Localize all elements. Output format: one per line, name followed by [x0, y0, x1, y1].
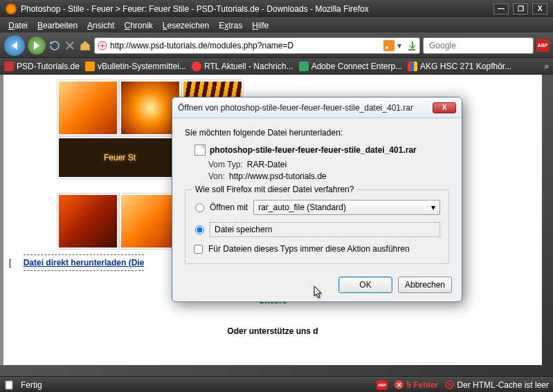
groupbox-legend: Wie soll Firefox mit dieser Datei verfah… — [192, 185, 356, 194]
dialog-title: Öffnen von photoshop-stile-feuer-feuer-f… — [178, 103, 433, 113]
ok-button[interactable]: OK — [338, 277, 392, 293]
cancel-button[interactable]: Abbrechen — [398, 277, 452, 293]
menu-hilfe[interactable]: Hilfe — [248, 19, 273, 32]
dialog-filename: photoshop-stile-feuer-feuer-feuer-stile_… — [210, 145, 417, 155]
window-titlebar: Photoshop - Stile - Feuer > Feuer: Feuer… — [0, 0, 553, 18]
window-title: Photoshop - Stile - Feuer > Feuer: Feuer… — [21, 4, 493, 14]
save-file-radio[interactable] — [195, 225, 204, 234]
svg-rect-1 — [408, 49, 415, 50]
stop-icon[interactable] — [64, 39, 76, 52]
forward-button[interactable] — [28, 37, 46, 55]
menu-extras[interactable]: Extras — [215, 19, 246, 32]
thumbnail[interactable] — [57, 80, 118, 136]
bookmark-toolbar: PSD-Tutorials.de vBulletin-Systemmittei.… — [0, 58, 553, 75]
vertical-scrollbar[interactable] — [542, 75, 553, 376]
support-text: Oder unterstütze uns d — [9, 326, 536, 336]
nav-toolbar: ▾ ABP — [0, 33, 553, 58]
bookmark-akg[interactable]: AKG HSC 271 Kopfhör... — [408, 62, 511, 71]
open-with-radio[interactable] — [195, 203, 204, 212]
dialog-titlebar[interactable]: Öffnen von photoshop-stile-feuer-feuer-f… — [172, 97, 462, 118]
menu-bar: Datei Bearbeiten Ansicht Chronik Lesezei… — [0, 18, 553, 33]
from-label: Von: — [208, 171, 225, 181]
type-value: RAR-Datei — [247, 160, 287, 169]
maximize-button[interactable]: ❐ — [513, 3, 528, 15]
dialog-close-button[interactable]: X — [433, 102, 456, 113]
status-cache[interactable]: ✕Der HTML-Cache ist leer — [445, 380, 549, 390]
status-abp-icon[interactable]: ABP — [377, 380, 388, 390]
always-label: Für Dateien dieses Typs immer diese Akti… — [208, 244, 410, 254]
svg-rect-3 — [6, 381, 12, 389]
status-ready: Fertig — [21, 380, 42, 390]
url-bar[interactable]: ▾ — [94, 37, 420, 54]
minimize-button[interactable]: — — [493, 3, 509, 15]
from-value: http://www.psd-tutorials.de — [229, 171, 327, 181]
home-icon[interactable] — [79, 39, 91, 52]
rss-icon[interactable] — [383, 40, 395, 51]
status-errors[interactable]: ✕5 Fehler — [395, 380, 438, 390]
feuer-title-thumb[interactable]: Feuer St — [57, 137, 182, 178]
back-button[interactable] — [4, 35, 25, 56]
url-dropdown[interactable]: ▾ — [397, 41, 404, 50]
bookmark-rtl[interactable]: RTL Aktuell - Nachrich... — [192, 62, 293, 71]
horizontal-scrollbar[interactable] — [0, 365, 553, 376]
download-arrow-icon[interactable] — [407, 41, 417, 50]
adblock-icon[interactable]: ABP — [536, 39, 549, 52]
download-link[interactable]: Datei direkt herunterladen (Die — [24, 254, 145, 271]
thumbnail[interactable] — [57, 194, 118, 249]
open-with-combo[interactable]: rar_auto_file (Standard)▾ — [253, 200, 440, 215]
menu-datei[interactable]: Datei — [4, 19, 32, 32]
url-input[interactable] — [110, 41, 381, 50]
download-dialog: Öffnen von photoshop-stile-feuer-feuer-f… — [172, 97, 462, 302]
status-bar: Fertig ABP ✕5 Fehler ✕Der HTML-Cache ist… — [0, 377, 553, 392]
menu-bearbeiten[interactable]: Bearbeiten — [33, 19, 82, 32]
status-page-icon — [4, 380, 14, 390]
menu-chronik[interactable]: Chronik — [120, 19, 156, 32]
reload-icon[interactable] — [48, 39, 61, 52]
bookmark-adobe[interactable]: Adobe Connect Enterp... — [299, 62, 402, 71]
menu-lesezeichen[interactable]: Lesezeichen — [158, 19, 213, 32]
bookmark-overflow[interactable]: » — [544, 62, 549, 71]
open-with-label: Öffnen mit — [210, 203, 248, 212]
dialog-intro: Sie möchten folgende Datei herunterladen… — [185, 128, 449, 138]
cache-x-icon: ✕ — [445, 380, 454, 389]
firefox-icon — [6, 3, 17, 15]
error-icon: ✕ — [395, 380, 404, 389]
always-checkbox[interactable] — [194, 245, 203, 254]
bookmark-psd[interactable]: PSD-Tutorials.de — [4, 62, 80, 71]
search-input[interactable] — [429, 41, 533, 50]
site-icon — [98, 41, 107, 50]
menu-ansicht[interactable]: Ansicht — [83, 19, 118, 32]
bookmark-vbulletin[interactable]: vBulletin-Systemmittei... — [85, 62, 186, 71]
type-label: Vom Typ: — [208, 160, 243, 169]
search-bar[interactable] — [423, 37, 534, 54]
save-file-label: Datei speichern — [215, 225, 272, 234]
close-button[interactable]: X — [532, 3, 547, 15]
file-icon — [194, 144, 206, 156]
action-groupbox: Wie soll Firefox mit dieser Datei verfah… — [185, 189, 449, 264]
